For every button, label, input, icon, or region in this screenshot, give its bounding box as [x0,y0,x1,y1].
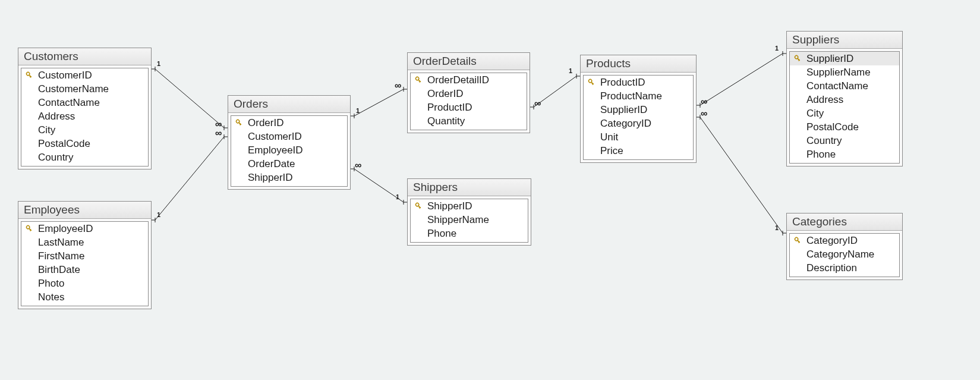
field-row[interactable]: SupplierID [584,103,693,117]
cardinality-many-label: ∞ [215,128,220,138]
field-row[interactable]: ProductID [411,101,527,114]
table-orders[interactable]: OrdersOrderIDCustomerIDEmployeeIDOrderDa… [228,95,351,190]
table-header[interactable]: Employees [18,202,151,219]
table-header[interactable]: Orders [228,96,350,113]
cardinality-many-label: ∞ [395,81,400,90]
field-row[interactable]: PostalCode [790,120,899,134]
field-name: Address [38,111,75,122]
field-row[interactable]: OrderID [411,87,527,101]
field-row[interactable]: CategoryName [790,247,899,261]
field-row[interactable]: Notes [21,290,148,304]
table-shippers[interactable]: ShippersShipperIDShipperNamePhone [407,178,531,246]
field-row[interactable]: ContactName [21,96,148,109]
field-row[interactable]: ShipperID [231,171,347,184]
field-name: LastName [38,237,84,248]
field-name: ShipperID [248,172,293,183]
field-row[interactable]: ProductID [584,76,693,89]
table-orderdetails[interactable]: OrderDetailsOrderDetailIDOrderIDProductI… [407,52,530,133]
field-name: OrderID [427,88,463,99]
field-row[interactable]: CustomerID [21,68,148,82]
cardinality-one-label: 1 [775,225,779,231]
field-name: SupplierID [806,53,853,64]
field-row[interactable]: City [790,106,899,120]
primary-key-icon [25,224,33,233]
field-name: OrderID [248,117,283,128]
field-name: ProductID [600,77,645,88]
field-name: PostalCode [38,138,90,149]
field-name: ContactName [38,97,100,108]
cardinality-many-label: ∞ [355,161,360,170]
field-row[interactable]: LastName [21,235,148,249]
field-row[interactable]: CustomerName [21,82,148,96]
field-row[interactable]: Photo [21,277,148,290]
cardinality-many-label: ∞ [534,99,540,108]
field-name: Country [38,152,74,163]
field-row[interactable]: FirstName [21,249,148,263]
primary-key-icon [587,78,595,86]
table-body: OrderDetailIDOrderIDProductIDQuantity [410,73,527,130]
field-name: BirthDate [38,264,80,275]
table-employees[interactable]: EmployeesEmployeeIDLastNameFirstNameBirt… [18,201,152,309]
primary-key-icon [793,236,802,244]
field-row[interactable]: Price [584,144,693,158]
field-row[interactable]: EmployeeID [231,143,347,157]
field-row[interactable]: ShipperID [411,199,528,213]
field-name: Photo [38,278,64,289]
field-name: EmployeeID [38,223,93,234]
field-row[interactable]: Unit [584,130,693,144]
field-name: Phone [427,228,456,239]
table-header[interactable]: Suppliers [787,32,902,49]
table-customers[interactable]: CustomersCustomerIDCustomerNameContactNa… [18,48,152,169]
table-header[interactable]: Shippers [408,179,531,196]
field-row[interactable]: Country [790,134,899,147]
primary-key-icon [25,71,33,79]
table-body: EmployeeIDLastNameFirstNameBirthDatePhot… [21,221,149,306]
field-row[interactable]: City [21,123,148,137]
field-row[interactable]: CustomerID [231,130,347,143]
field-row[interactable]: EmployeeID [21,222,148,235]
field-name: ProductName [600,90,662,102]
table-header[interactable]: Customers [18,48,151,65]
table-categories[interactable]: CategoriesCategoryIDCategoryNameDescript… [786,213,903,280]
field-row[interactable]: BirthDate [21,263,148,277]
field-row[interactable]: OrderDate [231,157,347,171]
table-body: ProductIDProductNameSupplierIDCategoryID… [583,75,694,160]
table-products[interactable]: ProductsProductIDProductNameSupplierIDCa… [580,55,697,163]
field-name: Phone [806,149,836,160]
field-row[interactable]: ContactName [790,79,899,93]
field-row[interactable]: ProductName [584,89,693,103]
field-name: ProductID [427,102,472,113]
field-name: Address [806,94,843,105]
field-name: CustomerName [38,83,109,95]
field-row[interactable]: Address [790,93,899,106]
field-name: Unit [600,131,618,143]
primary-key-icon [235,118,243,127]
field-row[interactable]: OrderDetailID [411,73,527,87]
field-row[interactable]: OrderID [231,116,347,130]
field-row[interactable]: SupplierID [790,52,899,65]
table-header[interactable]: Products [581,55,696,73]
field-row[interactable]: CategoryID [584,117,693,130]
field-row[interactable]: Country [21,150,148,164]
table-header[interactable]: OrderDetails [408,53,530,70]
field-name: OrderDate [248,158,295,169]
field-row[interactable]: Description [790,261,899,275]
field-row[interactable]: SupplierName [790,65,899,79]
relation-line [354,89,404,116]
relation-line [155,69,224,128]
field-row[interactable]: PostalCode [21,137,148,150]
table-suppliers[interactable]: SuppliersSupplierIDSupplierNameContactNa… [786,31,903,167]
field-row[interactable]: ShipperName [411,213,528,227]
relation-line [700,54,783,105]
field-row[interactable]: Phone [411,227,528,240]
field-row[interactable]: Phone [790,147,899,161]
table-header[interactable]: Categories [787,213,902,231]
field-row[interactable]: Quantity [411,114,527,128]
cardinality-one-label: 1 [569,68,572,74]
cardinality-many-label: ∞ [701,97,706,106]
field-name: CategoryName [806,249,874,260]
field-row[interactable]: CategoryID [790,234,899,247]
field-row[interactable]: Address [21,109,148,123]
field-name: ContactName [806,80,868,92]
field-name: ShipperID [427,200,472,212]
